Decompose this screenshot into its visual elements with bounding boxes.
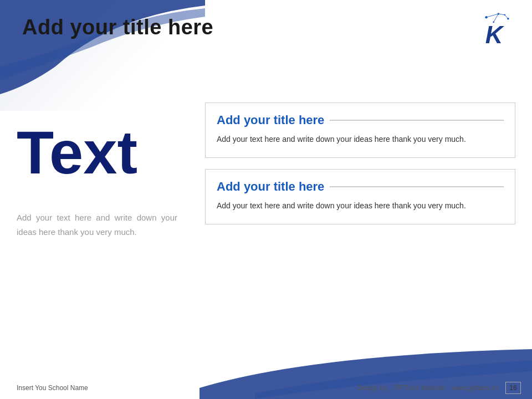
box-1-body: Add your text here and write down your i… (217, 133, 504, 146)
box-2-body: Add your text here and write down your i… (217, 200, 504, 213)
svg-line-6 (498, 14, 504, 15)
box-1-title: Add your title here (217, 113, 504, 127)
footer-right: Design by：PPTfans Website：www.pptfans.cn… (357, 382, 521, 394)
svg-line-7 (505, 15, 508, 19)
content-box-2: Add your title here Add your text here a… (205, 169, 515, 224)
main-title: Add your title here (22, 16, 213, 39)
right-section: Add your title here Add your text here a… (205, 103, 515, 236)
big-text-display: Text (17, 122, 137, 183)
school-name: Insert You School Name (17, 384, 88, 392)
top-swoosh (0, 0, 205, 100)
left-body-text: Add your text here and write down your i… (17, 211, 177, 239)
slide: Add your title here K Text Add your text… (0, 0, 532, 399)
svg-text:K: K (485, 21, 505, 48)
box-2-title: Add your title here (217, 180, 504, 194)
logo: K (477, 10, 515, 49)
logo-icon: K (477, 10, 515, 49)
page-number: 16 (505, 382, 521, 394)
content-box-1: Add your title here Add your text here a… (205, 103, 515, 158)
footer: Insert You School Name Design by：PPTfans… (0, 377, 532, 399)
design-credit: Design by：PPTfans Website：www.pptfans.cn (357, 383, 498, 393)
